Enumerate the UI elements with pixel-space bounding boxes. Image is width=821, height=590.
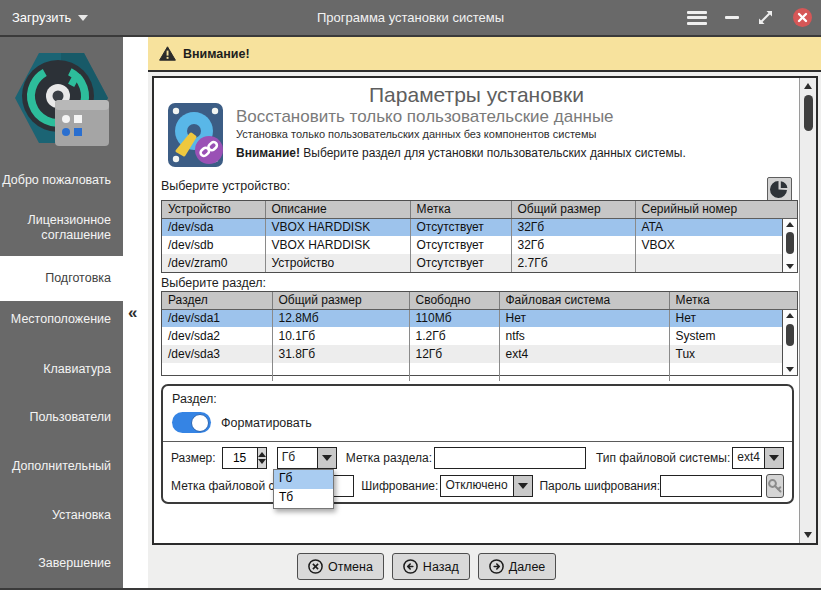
sidebar-item-finish[interactable]: Завершение [0, 549, 123, 579]
app-logo-icon [9, 46, 114, 151]
encryption-label: Шифрование: [361, 479, 438, 493]
expand-icon [757, 9, 774, 26]
spin-up-icon [258, 452, 266, 457]
size-input[interactable] [222, 447, 258, 469]
table-row[interactable]: /dev/sda112.8Мб110МбНетНет [162, 309, 797, 327]
section-heading: Восстановить только пользовательские дан… [236, 107, 614, 127]
spin-down-icon [258, 459, 266, 464]
cancel-icon [308, 559, 323, 574]
close-icon [792, 7, 813, 28]
back-button[interactable]: Назад [392, 553, 470, 580]
cancel-button[interactable]: Отмена [297, 553, 384, 580]
partition-table: Раздел Общий размер Свободно Файловая си… [161, 291, 798, 376]
size-unit-dropdown: Гб Тб [273, 469, 334, 509]
partition-table-scrollbar[interactable] [782, 310, 797, 375]
sidebar-item-location[interactable]: Местоположение [0, 305, 123, 335]
warning-triangle-icon [159, 46, 176, 61]
partition-table-header: Раздел Общий размер Свободно Файловая си… [162, 292, 797, 309]
size-label: Размер: [171, 451, 216, 465]
title-bar: Загрузить Программа установки системы [0, 0, 821, 37]
size-unit-value: Гб [277, 447, 318, 469]
fs-type-select[interactable]: ext4 [732, 447, 784, 469]
chevron-down-icon [765, 447, 784, 469]
disk-usage-button[interactable] [767, 177, 792, 202]
partition-box-label: Раздел: [172, 392, 217, 406]
section-warning: Внимание! Выберите раздел для установки … [236, 146, 686, 160]
sidebar-item-install[interactable]: Установка [0, 501, 123, 531]
device-section-label: Выберите устройство: [161, 179, 290, 193]
divider [163, 441, 792, 442]
fs-type-value: ext4 [732, 447, 765, 469]
encryption-value: Отключено [440, 475, 514, 497]
installer-window: Загрузить Программа установки системы [0, 0, 821, 590]
close-button[interactable] [792, 7, 813, 28]
main-area: Внимание! Параметры установки Восстанови [148, 37, 821, 588]
size-stepper[interactable] [258, 447, 267, 469]
pie-chart-icon [770, 180, 789, 199]
page-title: Параметры установки [154, 83, 799, 107]
sidebar-item-users[interactable]: Пользователи [0, 403, 123, 433]
chevron-down-icon [514, 475, 533, 497]
warning-banner-text: Внимание! [183, 47, 250, 61]
partition-options-box: Раздел: Форматировать Размер: Гб Метка р… [161, 384, 794, 504]
device-table-scrollbar[interactable] [782, 219, 797, 272]
menu-button[interactable] [687, 11, 707, 25]
table-row[interactable]: /dev/sda210.1Гб1.2ГбntfsSystem [162, 327, 797, 345]
scroll-up-icon [786, 222, 794, 227]
format-toggle-label: Форматировать [221, 416, 312, 430]
scrollbar-thumb[interactable] [804, 95, 813, 131]
device-table: Устройство Описание Метка Общий размер С… [161, 200, 798, 273]
partition-section-label: Выберите раздел: [161, 276, 266, 290]
fs-type-label: Тип файловой системы: [596, 451, 730, 465]
main-scrollbar[interactable] [799, 78, 816, 543]
sidebar-item-license[interactable]: Лицензионное соглашение [0, 208, 123, 248]
hdd-restore-icon [167, 102, 227, 168]
encryption-select[interactable]: Отключено [440, 475, 533, 497]
sidebar-gutter: « [123, 37, 148, 588]
table-row[interactable]: /dev/zram0УстройствоОтсутствует2.7Гб [162, 254, 797, 272]
table-row[interactable]: /dev/sdaVBOX HARDDISKОтсутствует32ГбATA [162, 218, 797, 236]
footer-bar: Отмена Назад Далее [148, 545, 821, 588]
chevron-down-icon [318, 447, 337, 469]
scroll-up-icon [786, 313, 794, 318]
scroll-down-icon [786, 367, 794, 372]
unit-option-gb[interactable]: Гб [274, 470, 333, 489]
unit-option-tb[interactable]: Тб [274, 489, 333, 508]
scrollbar-thumb[interactable] [786, 324, 794, 346]
minimize-button[interactable] [725, 16, 739, 19]
chevron-down-icon [78, 15, 88, 21]
size-unit-select[interactable]: Гб [277, 447, 337, 469]
fs-label-label: Метка файловой системы: [171, 479, 278, 493]
back-arrow-icon [403, 559, 418, 574]
load-button-label: Загрузить [12, 10, 71, 25]
partition-name-input[interactable] [434, 447, 586, 469]
table-row[interactable]: /dev/sda331.8Гб12Гбext4Tux [162, 345, 797, 363]
scrollbar-thumb[interactable] [786, 232, 794, 254]
format-toggle[interactable] [172, 412, 211, 433]
key-icon [767, 478, 783, 494]
sidebar-item-keyboard[interactable]: Клавиатура [0, 355, 123, 385]
table-row[interactable]: /dev/sdbVBOX HARDDISKОтсутствует32ГбVBOX [162, 236, 797, 254]
table-row-empty [162, 363, 797, 381]
maximize-button[interactable] [757, 9, 774, 26]
show-password-button[interactable] [766, 474, 784, 498]
scroll-down-icon [804, 532, 812, 538]
sidebar-item-welcome[interactable]: Добро пожаловать [0, 161, 123, 201]
scroll-up-icon [804, 83, 812, 89]
collapse-sidebar-button[interactable]: « [128, 303, 137, 323]
sidebar-item-preparation[interactable]: Подготовка [0, 256, 123, 301]
encryption-password-input[interactable] [660, 475, 762, 497]
toggle-knob [191, 414, 209, 432]
hamburger-icon [687, 11, 707, 25]
sidebar: Добро пожаловать Лицензионное соглашение… [0, 37, 123, 588]
scroll-down-icon [786, 264, 794, 269]
next-button[interactable]: Далее [478, 553, 557, 580]
section-subheading: Установка только пользовательских данных… [236, 128, 596, 140]
warning-banner: Внимание! [148, 37, 821, 72]
sidebar-item-additional[interactable]: Дополнительный [0, 452, 123, 482]
partition-name-label: Метка раздела: [346, 451, 432, 465]
load-button[interactable]: Загрузить [12, 0, 88, 35]
next-arrow-icon [489, 559, 504, 574]
password-label: Пароль шифрования: [539, 479, 660, 493]
window-controls [687, 0, 813, 35]
